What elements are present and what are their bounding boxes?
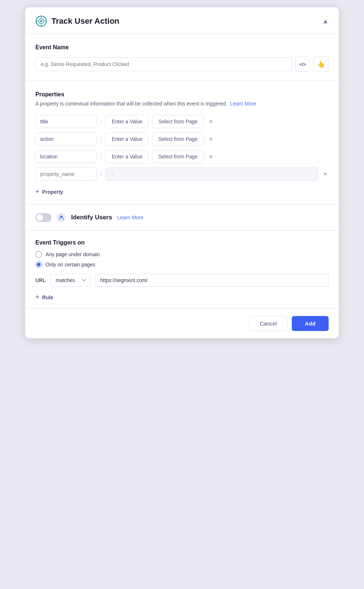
colon-3: : — [100, 153, 102, 160]
cancel-button[interactable]: Cancel — [249, 316, 287, 331]
add-property-label: Property — [42, 189, 63, 195]
property-row: : Enter a Value Select from Page × — [35, 132, 329, 146]
url-label: URL — [35, 277, 46, 283]
identify-title: Identify Users — [71, 214, 112, 221]
triggers-title: Event Triggers on — [35, 239, 329, 246]
select-page-btn-title[interactable]: Select from Page — [152, 115, 204, 128]
svg-point-2 — [40, 20, 42, 22]
code-btn[interactable]: </> — [295, 57, 310, 72]
add-rule-btn[interactable]: + Rule — [35, 290, 53, 301]
properties-section: Properties A property is contextual info… — [25, 81, 339, 205]
add-property-btn[interactable]: + Property — [35, 185, 63, 196]
remove-property-new[interactable]: × — [322, 170, 329, 179]
property-name-input-new[interactable] — [35, 168, 97, 181]
property-row: : × — [35, 168, 329, 181]
identify-section: Identify Users Learn More — [25, 205, 339, 231]
property-row: : Enter a Value Select from Page × — [35, 115, 329, 128]
identify-user-icon — [57, 213, 66, 222]
property-dash-value — [105, 168, 318, 181]
identify-learn-more[interactable]: Learn More — [117, 215, 143, 220]
radio-row-any: Any page under domain — [35, 251, 329, 258]
colon-1: : — [100, 118, 102, 125]
event-name-input[interactable] — [35, 57, 292, 71]
header-left: Track User Action — [35, 15, 119, 27]
track-icon — [35, 15, 47, 27]
event-name-label: Event Name — [35, 44, 329, 51]
radio-certain-pages[interactable] — [35, 261, 42, 268]
plus-icon-rule: + — [35, 293, 39, 301]
triggers-section: Event Triggers on Any page under domain … — [25, 231, 339, 309]
plus-icon-property: + — [35, 188, 39, 196]
cursor-btn[interactable]: 👆 — [313, 57, 329, 72]
enter-value-btn-title[interactable]: Enter a Value — [105, 115, 148, 128]
url-value-input[interactable] — [95, 274, 329, 287]
select-page-btn-action[interactable]: Select from Page — [152, 132, 204, 146]
event-name-section: Event Name </> 👆 — [25, 34, 339, 81]
toggle-slider — [35, 213, 51, 222]
colon-2: : — [100, 136, 102, 142]
enter-value-btn-location[interactable]: Enter a Value — [105, 150, 148, 163]
add-rule-label: Rule — [42, 294, 53, 300]
properties-title: Properties — [35, 91, 329, 98]
remove-property-title[interactable]: × — [208, 117, 214, 126]
event-name-row: </> 👆 — [35, 57, 329, 72]
enter-value-btn-action[interactable]: Enter a Value — [105, 132, 148, 146]
colon-4: : — [100, 171, 102, 177]
select-page-btn-location[interactable]: Select from Page — [152, 150, 204, 163]
radio-row-certain: Only on certain pages — [35, 261, 329, 268]
remove-property-action[interactable]: × — [208, 135, 214, 144]
modal-header: Track User Action ▲ — [25, 7, 339, 34]
add-button[interactable]: Add — [292, 316, 329, 331]
radio-any-page-label: Any page under domain — [46, 251, 100, 257]
identify-toggle[interactable] — [35, 213, 51, 222]
cursor-icon: 👆 — [317, 60, 325, 68]
radio-any-page[interactable] — [35, 251, 42, 258]
learn-more-link-properties[interactable]: Learn More — [230, 101, 256, 107]
url-rule-row: URL matches contains starts with ends wi… — [35, 274, 329, 287]
modal-footer: Cancel Add — [25, 309, 339, 338]
modal-container: Track User Action ▲ Event Name </> 👆 Pro… — [25, 7, 339, 338]
modal-title: Track User Action — [51, 16, 119, 26]
property-name-input-action[interactable] — [35, 132, 97, 146]
property-name-input-title[interactable] — [35, 115, 97, 128]
code-icon: </> — [299, 62, 306, 67]
property-row: : Enter a Value Select from Page × — [35, 150, 329, 163]
matches-select[interactable]: matches contains starts with ends with — [50, 274, 90, 287]
property-name-input-location[interactable] — [35, 150, 97, 163]
collapse-icon[interactable]: ▲ — [322, 18, 329, 25]
remove-property-location[interactable]: × — [208, 152, 214, 161]
properties-desc: A property is contextual information tha… — [35, 100, 329, 108]
radio-certain-pages-label: Only on certain pages — [46, 262, 95, 267]
